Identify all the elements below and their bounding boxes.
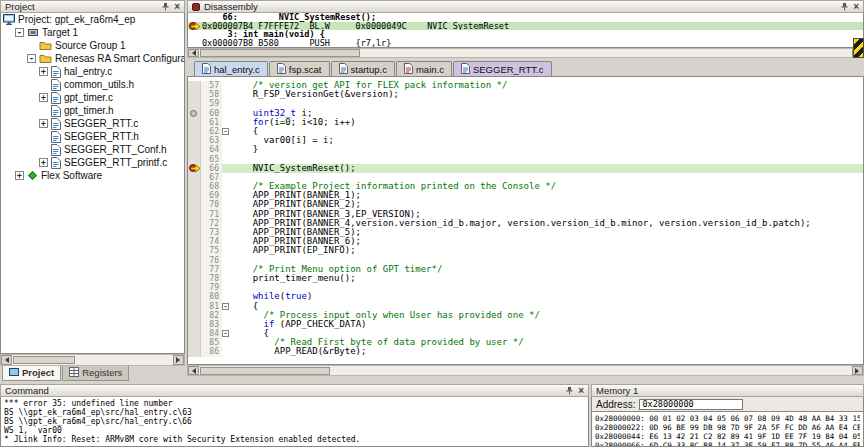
editor-line[interactable]: 79 [188, 283, 863, 292]
code-text[interactable] [231, 173, 863, 182]
code-text[interactable] [231, 99, 863, 108]
editor-line[interactable]: 85 /* Read First byte of data provided b… [188, 338, 863, 347]
code-text[interactable]: print_timer_menu(); [231, 274, 863, 283]
editor-margin[interactable] [188, 292, 201, 301]
editor-margin[interactable] [188, 338, 201, 347]
editor-line[interactable]: 58 R_FSP_VersionGet(&version); [188, 90, 863, 99]
scrollbar-thumb[interactable] [200, 49, 360, 57]
code-text[interactable]: APP_PRINT(BANNER_4,version.version_id_b.… [231, 219, 863, 228]
editor-margin[interactable] [188, 191, 201, 200]
code-text[interactable]: if (APP_CHECK_DATA) [231, 320, 863, 329]
disassembly-line[interactable]: 0x000007B8 B580 PUSH {r7,lr} [188, 39, 863, 48]
tree-item[interactable]: Source Group 1 [1, 39, 184, 52]
editor-line[interactable]: 63 var00[i] = i; [188, 136, 863, 145]
code-text[interactable]: APP_PRINT(BANNER_6); [231, 237, 863, 246]
command-panel-header[interactable]: Command × [0, 384, 589, 397]
scrollbar-thumb[interactable] [200, 367, 330, 375]
bottom-tab-registers[interactable]: Registers [62, 366, 129, 381]
memory-row[interactable]: 0x28000022: 0D 96 BE 99 DB 98 7D 9F 2A 5… [595, 423, 860, 432]
editor-line[interactable]: 59 [188, 99, 863, 108]
tree-item[interactable]: +Flex Software [1, 169, 184, 182]
editor-line[interactable]: 77 /* Print Menu option of GPT timer*/ [188, 265, 863, 274]
editor-line[interactable]: 65 [188, 155, 863, 164]
code-text[interactable]: /* Example Project information printed o… [231, 182, 863, 191]
editor-line[interactable]: 76 [188, 256, 863, 265]
editor-margin[interactable] [188, 311, 201, 320]
code-text[interactable]: while(true) [231, 292, 863, 301]
code-text[interactable]: /* version get API for FLEX pack informa… [231, 81, 863, 90]
pin-icon[interactable] [161, 2, 170, 11]
tree-item[interactable]: common_utils.h [1, 78, 184, 91]
editor-margin[interactable] [188, 228, 201, 237]
editor-line[interactable]: 69 APP_PRINT(BANNER_1); [188, 191, 863, 200]
code-text[interactable]: /* Process input only when User has prov… [231, 311, 863, 320]
tree-expander-icon[interactable]: - [27, 54, 36, 63]
disassembly-line[interactable]: 3: int main(void) { [188, 30, 863, 39]
editor-tab-hal_entry-c[interactable]: hal_entry.c [194, 61, 268, 76]
pin-icon[interactable] [840, 2, 849, 11]
project-panel-header[interactable]: Project × [0, 0, 185, 13]
editor-margin[interactable] [188, 283, 201, 292]
editor-line[interactable]: 80 while(true) [188, 292, 863, 301]
editor-tab-segger_rtt-c[interactable]: SEGGER_RTT.c [453, 61, 552, 76]
memory-hex-view[interactable]: 0x28000000: 00 01 02 03 04 05 06 07 08 0… [591, 412, 864, 447]
tree-expander-icon[interactable]: + [39, 93, 48, 102]
editor-line[interactable]: 71 APP_PRINT(BANNER_3,EP_VERSION); [188, 210, 863, 219]
editor-margin[interactable] [188, 136, 201, 145]
disassembly-panel-header[interactable]: Disassembly × [187, 0, 864, 13]
code-text[interactable] [231, 256, 863, 265]
editor-line[interactable]: 62- { [188, 127, 863, 136]
fold-toggle-icon[interactable]: - [222, 128, 229, 135]
code-text[interactable]: } [231, 145, 863, 154]
tree-expander-icon[interactable]: + [39, 119, 48, 128]
pin-icon[interactable] [565, 386, 574, 395]
editor-margin[interactable] [188, 210, 201, 219]
editor-margin[interactable] [188, 219, 201, 228]
code-text[interactable]: { [231, 329, 863, 338]
tree-item[interactable]: +SEGGER_RTT_printf.c [1, 156, 184, 169]
disassembly-line[interactable]: 0x000007B4 F7FFFE72 BL.W 0x0000049C __NV… [188, 22, 863, 31]
editor-line[interactable]: 72 APP_PRINT(BANNER_4,version.version_id… [188, 219, 863, 228]
scrollbar-left-arrow[interactable] [188, 49, 199, 57]
project-h-scrollbar[interactable] [0, 354, 185, 366]
code-text[interactable]: var00[i] = i; [231, 136, 863, 145]
editor-margin[interactable] [188, 182, 201, 191]
code-text[interactable] [231, 155, 863, 164]
editor-tab-fsp-scat[interactable]: fsp.scat [269, 61, 330, 76]
editor-line[interactable]: 57 /* version get API for FLEX pack info… [188, 81, 863, 90]
editor-margin[interactable] [188, 320, 201, 329]
editor-line[interactable]: 61 for(i=0; i<10; i++) [188, 118, 863, 127]
tree-item[interactable]: +gpt_timer.c [1, 91, 184, 104]
memory-row[interactable]: 0x28000044: E6 13 42 21 C2 82 89 41 9F 1… [595, 432, 860, 441]
editor-margin[interactable] [188, 145, 201, 154]
disassembly-listing[interactable]: 66: NVIC_SystemReset();0x000007B4 F7FFFE… [187, 13, 864, 48]
editor-margin[interactable] [188, 256, 201, 265]
tree-item[interactable]: SEGGER_RTT_Conf.h [1, 143, 184, 156]
scrollbar-left-arrow[interactable] [1, 355, 12, 365]
editor-line[interactable]: 84- { [188, 329, 863, 338]
tree-expander-icon[interactable]: - [15, 28, 24, 37]
editor-code-area[interactable]: 57 /* version get API for FLEX pack info… [187, 77, 864, 365]
code-text[interactable]: /* Read First byte of data provided by u… [231, 338, 863, 347]
code-text[interactable]: { [231, 302, 863, 311]
scrollbar-thumb[interactable] [13, 356, 75, 364]
editor-line[interactable]: 73 APP_PRINT(BANNER_5); [188, 228, 863, 237]
editor-margin[interactable] [188, 99, 201, 108]
editor-margin[interactable] [188, 347, 201, 356]
code-text[interactable]: for(i=0; i<10; i++) [231, 118, 863, 127]
code-text[interactable]: APP_PRINT(BANNER_1); [231, 191, 863, 200]
code-text[interactable]: APP_PRINT(EP_INFO); [231, 246, 863, 255]
editor-margin[interactable] [188, 164, 201, 173]
editor-line[interactable]: 60 uint32_t i; [188, 109, 863, 118]
editor-line[interactable]: 66 NVIC_SystemReset(); [188, 164, 863, 173]
editor-margin[interactable] [188, 90, 201, 99]
command-output[interactable]: *** error 35: undefined line numberBS \\… [0, 397, 589, 447]
editor-margin[interactable] [188, 155, 201, 164]
close-icon[interactable]: × [853, 3, 859, 11]
scrollbar-right-arrow[interactable] [852, 366, 863, 375]
code-text[interactable]: APP_READ(&rByte); [231, 347, 863, 356]
scrollbar-right-arrow[interactable] [173, 355, 184, 365]
memory-panel-header[interactable]: Memory 1 [591, 384, 864, 397]
editor-margin[interactable] [188, 302, 201, 311]
editor-line[interactable]: 70 APP_PRINT(BANNER_2); [188, 200, 863, 209]
